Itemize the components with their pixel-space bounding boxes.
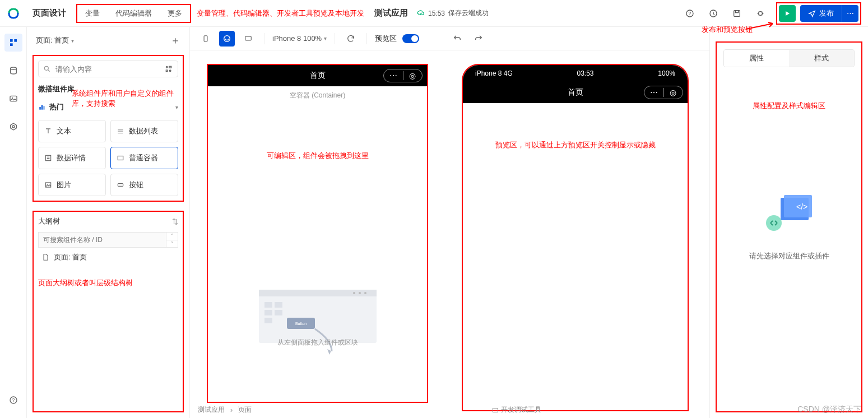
comp-container[interactable]: 普通容器 [110, 147, 178, 169]
svg-point-9 [10, 67, 16, 69]
rail-help[interactable]: ? [4, 391, 22, 409]
comp-button[interactable]: 按钮 [110, 174, 178, 196]
nav-more[interactable]: 更多 [160, 5, 190, 22]
preview-toggle[interactable] [402, 34, 419, 43]
rail-data[interactable] [4, 62, 22, 80]
canvas-toolbar: iPhone 8 100% ▾ 预览区 [190, 27, 709, 50]
svg-marker-12 [10, 123, 16, 130]
properties-panel: 属性 样式 属性配置及样式编辑区 </> 请先选择对应组件或插件 [716, 41, 862, 412]
container-icon [117, 154, 124, 162]
empty-state-text: 请先选择对应组件或插件 [723, 251, 855, 261]
bug-icon[interactable] [753, 6, 768, 21]
capsule-menu-icon[interactable]: ⋯ [644, 88, 664, 97]
publish-button[interactable]: 发布 ⋯ [800, 5, 858, 22]
chevron-down-icon: ▾ [324, 35, 327, 41]
editor-body[interactable]: 空容器 (Container) 可编辑区，组件会被拖拽到这里 Button [208, 86, 427, 402]
nav-variables[interactable]: 变量 [77, 5, 108, 22]
refresh-button[interactable] [343, 31, 359, 47]
rail-settings[interactable] [4, 118, 22, 136]
capsule-menu-icon[interactable]: ⋯ [384, 71, 403, 80]
svg-rect-29 [204, 35, 207, 41]
search-input[interactable] [55, 65, 160, 73]
preview-header: 首页 ⋯◎ [463, 82, 688, 103]
debug-tools-link[interactable]: 开发调试工具 [492, 405, 541, 415]
main: ? 页面: 首页 ▾ ＋ 微搭组件库 系统组件库和用户自定义的组件库，支持搜索 … [0, 27, 868, 418]
tab-styles[interactable]: 样式 [789, 50, 854, 67]
component-grid: 文本 数据列表 数据详情 普通容器 图片 按钮 [38, 120, 178, 196]
rail-image[interactable] [4, 90, 22, 108]
comp-datalist[interactable]: 数据列表 [110, 120, 178, 142]
outline-root-node[interactable]: 页面: 首页 [38, 248, 178, 267]
outline-search-input[interactable] [38, 232, 166, 248]
history-icon[interactable] [705, 6, 721, 21]
empty-state-icon: </> [764, 195, 814, 234]
svg-rect-22 [41, 105, 43, 110]
top-links-box: 变量 代码编辑器 更多 [76, 4, 191, 23]
svg-text:?: ? [12, 397, 15, 403]
comp-image[interactable]: 图片 [38, 174, 106, 196]
preview-frame: iPhone 8 4G 03:53 100% 首页 ⋯◎ 预览区，可以通过上方预… [462, 64, 689, 411]
save-icon[interactable] [729, 6, 745, 21]
svg-rect-21 [39, 107, 40, 110]
undo-button[interactable] [449, 31, 465, 47]
play-icon [783, 10, 791, 17]
capsule-close-icon[interactable]: ◎ [664, 88, 683, 97]
edit-frame: 首页 ⋯◎ 空容器 (Container) 可编辑区，组件会被拖拽到这里 B [207, 64, 428, 403]
svg-rect-23 [43, 106, 44, 109]
help-icon[interactable]: ? [682, 6, 698, 21]
nav-code-editor[interactable]: 代码编辑器 [108, 5, 160, 22]
page-dropdown[interactable]: 页面: 首页 ▾ [36, 35, 74, 45]
crumb-app[interactable]: 测试应用 [198, 405, 225, 415]
svg-point-20 [169, 70, 171, 72]
step-down[interactable]: ˅ [166, 240, 178, 248]
device-tablet[interactable] [219, 31, 235, 47]
svg-rect-32 [259, 290, 377, 343]
library-title: 微搭组件库 [38, 82, 178, 94]
svg-rect-25 [118, 156, 123, 160]
capsule-close-icon[interactable]: ◎ [403, 71, 423, 80]
svg-point-48 [766, 215, 782, 231]
drop-hint: 从左侧面板拖入组件或区块 [277, 338, 358, 347]
right-panel: 属性 样式 属性配置及样式编辑区 </> 请先选择对应组件或插件 [710, 27, 868, 418]
device-mobile[interactable] [198, 31, 213, 47]
svg-rect-41 [264, 318, 272, 323]
outline-panel: 大纲树 ⇅ ˄ ˅ 页面: 首页 页面大纲树或者叫层级结构树 [33, 211, 184, 412]
publish-more[interactable]: ⋯ [842, 5, 858, 22]
svg-text:?: ? [689, 11, 691, 16]
top-bar: 页面设计 变量 代码编辑器 更多 变量管理、代码编辑器、开发者工具预览及本地开发… [0, 0, 868, 27]
outline-search: ˄ ˅ [38, 232, 178, 248]
page-icon [41, 253, 49, 261]
device-desktop[interactable] [240, 31, 256, 47]
svg-rect-44 [493, 408, 498, 412]
cloud-check-icon [417, 10, 425, 17]
top-nav: 页面设计 变量 代码编辑器 更多 变量管理、代码编辑器、开发者工具预览及本地开发… [27, 0, 489, 26]
battery: 100% [658, 69, 675, 77]
comp-text[interactable]: 文本 [38, 120, 106, 142]
rail-components[interactable] [4, 34, 22, 52]
button-icon [117, 181, 124, 189]
tab-attributes[interactable]: 属性 [724, 50, 789, 67]
crumb-page[interactable]: 页面 [238, 405, 252, 415]
cloud-text: 保存云端成功 [448, 8, 489, 18]
run-publish-box: 发布 ⋯ [776, 2, 861, 25]
container-label: 空容器 (Container) [290, 91, 345, 100]
device-select[interactable]: iPhone 8 100% ▾ [272, 34, 327, 43]
editor-page-title: 首页 [310, 71, 326, 81]
canvas-area: iPhone 8 100% ▾ 预览区 首页 ⋯◎ [189, 27, 710, 418]
category-icon[interactable] [164, 64, 173, 73]
redo-button[interactable] [471, 31, 486, 47]
sort-icon[interactable]: ⇅ [172, 217, 178, 226]
anno-outline: 页面大纲树或者叫层级结构树 [38, 278, 178, 288]
anno-right: 属性配置及样式编辑区 [723, 101, 855, 111]
add-page-button[interactable]: ＋ [170, 34, 180, 47]
run-button[interactable] [779, 5, 796, 22]
page-label: 页面: 首页 [36, 35, 69, 45]
capsule-button[interactable]: ⋯◎ [644, 86, 683, 99]
component-search[interactable] [38, 61, 178, 77]
hot-section[interactable]: 热门 ▾ [38, 99, 178, 115]
logo [0, 0, 27, 27]
capsule-button[interactable]: ⋯◎ [383, 69, 423, 82]
step-up[interactable]: ˄ [166, 233, 178, 240]
comp-datadetail[interactable]: 数据详情 [38, 147, 106, 169]
terminal-icon [492, 407, 499, 414]
